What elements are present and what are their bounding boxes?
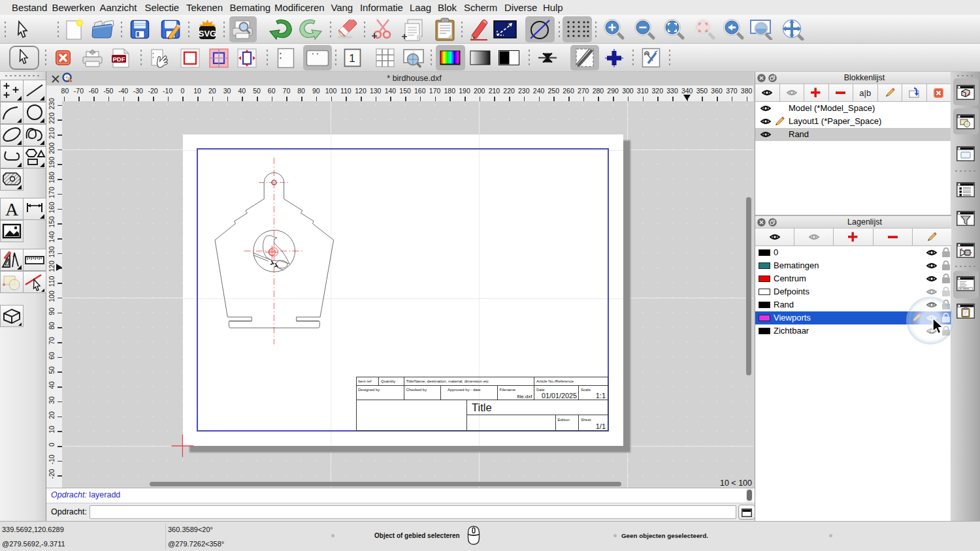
svg-text:Article No./Reference: Article No./Reference bbox=[536, 379, 574, 383]
svg-text:Filename: Filename bbox=[500, 388, 516, 392]
svg-text:A: A bbox=[5, 199, 19, 219]
svg-text:Quantity: Quantity bbox=[381, 379, 395, 383]
svg-text:file.dxf: file.dxf bbox=[517, 394, 532, 400]
svg-text:Designed by: Designed by bbox=[358, 388, 380, 392]
svg-text:PDF: PDF bbox=[113, 55, 125, 63]
svg-text:Scale: Scale bbox=[581, 388, 591, 392]
svg-text:1:1: 1:1 bbox=[596, 392, 606, 400]
svg-text:01/01/2025: 01/01/2025 bbox=[542, 392, 577, 400]
svg-text:Edition: Edition bbox=[558, 418, 570, 422]
svg-text:Sheet: Sheet bbox=[581, 418, 591, 422]
svg-text:Title/Name, destination, mater: Title/Name, destination, material, dimen… bbox=[406, 379, 489, 383]
svg-text:SVG: SVG bbox=[199, 29, 216, 39]
svg-text:Item ref: Item ref bbox=[358, 379, 372, 383]
svg-text:1: 1 bbox=[349, 52, 355, 65]
svg-text:Approved by - date: Approved by - date bbox=[448, 388, 481, 392]
svg-text:1/1: 1/1 bbox=[596, 422, 606, 430]
svg-text:Title: Title bbox=[472, 401, 492, 413]
svg-text:Checked by: Checked by bbox=[406, 388, 427, 392]
